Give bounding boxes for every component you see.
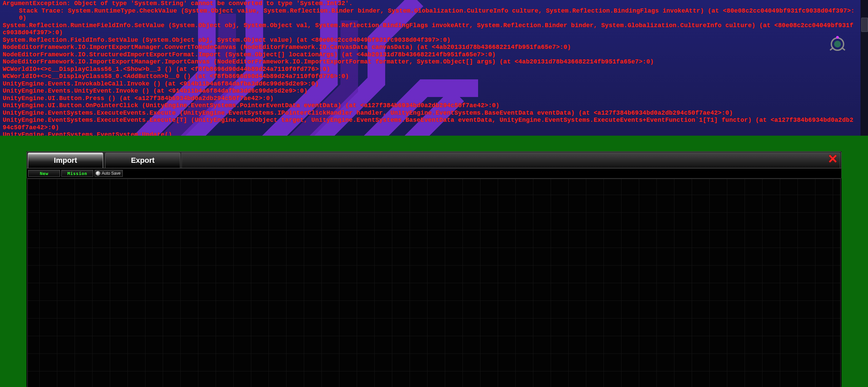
new-button[interactable]: New — [28, 170, 60, 177]
console-line: ArgumentException: Object of type 'Syste… — [3, 0, 856, 7]
tab-bar-spacer: ✕ — [181, 153, 840, 168]
tab-export-label: Export — [131, 156, 155, 165]
tab-import-label: Import — [54, 156, 77, 165]
console-line: UnityEngine.UI.Button.OnPointerClick (Un… — [3, 102, 856, 110]
console-line: UnityEngine.EventSystems.ExecuteEvents.E… — [3, 117, 856, 131]
console-line: UnityEngine.Events.InvokableCall.Invoke … — [3, 80, 856, 88]
console-scrollbar[interactable] — [861, 0, 868, 136]
svg-point-2 — [836, 36, 839, 39]
mission-button-label: Mission — [67, 171, 87, 176]
autosave-label: Auto Save — [102, 171, 120, 176]
console-line: System.Reflection.FieldInfo.SetValue (Sy… — [3, 37, 856, 44]
close-icon[interactable]: ✕ — [828, 152, 838, 166]
player-ship-icon — [827, 34, 848, 54]
scrollbar-thumb[interactable] — [861, 18, 868, 32]
node-canvas[interactable] — [27, 178, 841, 387]
new-button-label: New — [40, 171, 48, 176]
sub-toolbar: New Mission Auto Save — [26, 168, 842, 178]
autosave-toggle[interactable]: Auto Save — [95, 170, 123, 177]
console-line: UnityEngine.EventSystems.ExecuteEvents.E… — [3, 110, 856, 117]
console-line: NodeEditorFramework.IO.StructuredImportE… — [3, 51, 856, 59]
console-line: Stack Trace: System.RuntimeType.CheckVal… — [3, 7, 856, 22]
console-line: UnityEngine.EventSystems.EventSystem:Upd… — [3, 131, 856, 136]
console-line: System.Reflection.RuntimeFieldInfo.SetVa… — [3, 22, 856, 37]
console-line: UnityEngine.Events.UnityEvent.Invoke () … — [3, 88, 856, 95]
debug-console: ArgumentException: Object of type 'Syste… — [3, 0, 856, 136]
tab-bar: Import Export ✕ — [26, 151, 842, 168]
console-line: NodeEditorFramework.IO.ImportExportManag… — [3, 44, 856, 51]
console-line: WCWorldIO+<>c__DisplayClass58_0.<AddButt… — [3, 73, 856, 80]
node-editor-window: Import Export ✕ New Mission Auto Save — [26, 151, 842, 387]
radio-icon — [96, 171, 100, 176]
mission-button[interactable]: Mission — [61, 170, 93, 177]
svg-point-1 — [834, 41, 841, 47]
tab-import[interactable]: Import — [28, 153, 103, 168]
console-line: UnityEngine.UI.Button.Press () (at <a127… — [3, 95, 856, 102]
console-line: NodeEditorFramework.IO.ImportExportManag… — [3, 58, 856, 66]
console-line: WCWorldIO+<>c__DisplayClass56_1.<Show>b_… — [3, 66, 856, 73]
tab-export[interactable]: Export — [105, 153, 180, 168]
